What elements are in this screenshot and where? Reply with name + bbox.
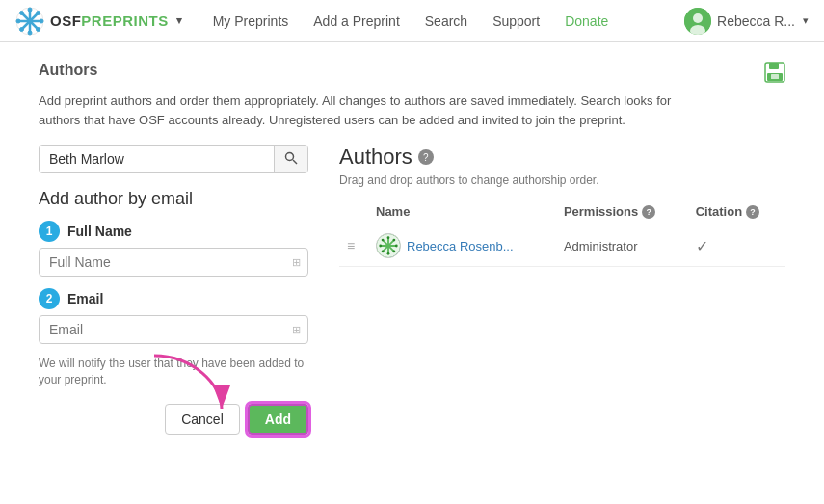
- svg-point-37: [386, 244, 390, 248]
- authors-table-body: ≡: [339, 225, 785, 267]
- main-content: Authors Add preprint authors and order t…: [0, 42, 824, 504]
- nav-my-preprints[interactable]: My Preprints: [201, 0, 301, 42]
- email-input-icon: ⊞: [292, 324, 301, 336]
- col-citation-header: Citation ?: [688, 199, 785, 225]
- svg-point-32: [395, 245, 398, 248]
- form-actions-container: Cancel Add: [39, 404, 308, 435]
- authors-panel-title: Authors: [339, 145, 412, 170]
- description-text: Add preprint authors and order them appr…: [39, 92, 694, 129]
- full-name-group: 1 Full Name ⊞: [39, 221, 308, 277]
- svg-point-8: [40, 19, 43, 23]
- svg-point-15: [693, 13, 703, 23]
- svg-point-12: [20, 27, 24, 31]
- form-actions: Cancel Add: [39, 404, 308, 435]
- citation-info-icon[interactable]: ?: [746, 205, 759, 219]
- col-drag: [339, 199, 368, 225]
- save-floppy-icon: [764, 62, 785, 83]
- citation-checkbox[interactable]: ✓: [696, 238, 708, 254]
- svg-point-35: [393, 239, 396, 242]
- table-row: ≡: [339, 225, 785, 267]
- nav-search[interactable]: Search: [413, 0, 479, 42]
- svg-point-33: [382, 239, 385, 242]
- svg-point-34: [393, 251, 396, 253]
- nav-donate[interactable]: Donate: [553, 0, 620, 42]
- email-input-wrapper: ⊞: [39, 315, 308, 344]
- svg-point-5: [28, 8, 32, 12]
- svg-point-7: [16, 19, 20, 23]
- nav-add-preprint[interactable]: Add a Preprint: [302, 0, 412, 42]
- osf-snowflake-icon: [15, 7, 44, 36]
- notify-text: We will notify the user that they have b…: [39, 356, 308, 388]
- navbar: OSFPREPRINTS ▾ My Preprints Add a Prepri…: [0, 0, 824, 42]
- email-input[interactable]: [39, 315, 308, 344]
- full-name-input[interactable]: [39, 248, 308, 277]
- svg-point-31: [379, 245, 382, 248]
- author-permission-cell: Administrator: [556, 225, 688, 267]
- svg-point-30: [387, 252, 390, 255]
- svg-point-29: [387, 236, 390, 239]
- svg-point-9: [20, 11, 24, 14]
- author-avatar: [376, 233, 401, 258]
- two-column-layout: Add author by email 1 Full Name ⊞ 2 Emai…: [39, 145, 785, 435]
- nav-support[interactable]: Support: [481, 0, 551, 42]
- authors-info-icon[interactable]: ?: [418, 149, 434, 165]
- full-name-label: Full Name: [67, 224, 132, 239]
- author-search-box: [39, 145, 308, 173]
- step1-label: 1 Full Name: [39, 221, 308, 242]
- svg-rect-20: [771, 74, 779, 79]
- author-name-link[interactable]: Rebecca Rosenb...: [407, 239, 514, 253]
- author-avatar-image: [377, 233, 400, 258]
- svg-point-6: [28, 31, 32, 35]
- col-permissions-header: Permissions ?: [556, 199, 688, 225]
- left-panel: Add author by email 1 Full Name ⊞ 2 Emai…: [39, 145, 308, 435]
- add-button[interactable]: Add: [248, 404, 308, 435]
- brand-caret[interactable]: ▾: [176, 14, 182, 27]
- col-name-header: Name: [368, 199, 556, 225]
- table-header-row: Name Permissions ? Citation ?: [339, 199, 785, 225]
- user-name-label: Rebecca R...: [717, 13, 795, 29]
- brand-logo[interactable]: OSFPREPRINTS ▾: [15, 7, 182, 36]
- svg-point-11: [37, 11, 40, 14]
- right-panel: Authors ? Drag and drop authors to chang…: [339, 145, 785, 267]
- save-icon[interactable]: [764, 62, 785, 88]
- author-search-input[interactable]: [40, 146, 274, 172]
- add-by-email-title: Add author by email: [39, 189, 308, 209]
- search-icon: [284, 151, 298, 165]
- email-group: 2 Email ⊞: [39, 288, 308, 344]
- authors-table: Name Permissions ? Citation ?: [339, 199, 785, 267]
- user-menu[interactable]: Rebecca R... ▾: [684, 8, 809, 35]
- svg-point-21: [286, 152, 294, 160]
- drag-handle-cell: ≡: [339, 225, 368, 267]
- full-name-input-wrapper: ⊞: [39, 248, 308, 277]
- drag-handle-icon[interactable]: ≡: [347, 238, 355, 253]
- step1-circle: 1: [39, 221, 60, 242]
- svg-point-13: [27, 18, 33, 24]
- svg-point-10: [37, 27, 40, 31]
- email-label: Email: [67, 291, 103, 306]
- user-avatar-image: [684, 8, 711, 35]
- step2-label: 2 Email: [39, 288, 308, 309]
- permissions-info-icon[interactable]: ?: [642, 205, 655, 219]
- authors-table-header: Name Permissions ? Citation ?: [339, 199, 785, 225]
- cancel-button[interactable]: Cancel: [165, 404, 240, 435]
- author-name-content: Rebecca Rosenb...: [376, 233, 548, 258]
- brand-text: OSFPREPRINTS: [50, 13, 169, 29]
- user-avatar: [684, 8, 711, 35]
- step2-circle: 2: [39, 288, 60, 309]
- author-name-cell: Rebecca Rosenb...: [368, 225, 556, 267]
- author-permission-text: Administrator: [564, 239, 638, 253]
- svg-rect-18: [769, 63, 779, 69]
- svg-line-22: [293, 160, 297, 164]
- authors-panel-heading: Authors ?: [339, 145, 785, 170]
- main-nav: My Preprints Add a Preprint Search Suppo…: [201, 0, 621, 42]
- full-name-input-icon: ⊞: [292, 256, 301, 269]
- author-citation-cell: ✓: [688, 225, 785, 267]
- drag-hint-text: Drag and drop authors to change authorsh…: [339, 173, 785, 187]
- search-button[interactable]: [274, 146, 307, 172]
- section-title: Authors: [39, 62, 97, 79]
- user-menu-caret[interactable]: ▾: [803, 14, 809, 27]
- svg-point-36: [382, 251, 385, 253]
